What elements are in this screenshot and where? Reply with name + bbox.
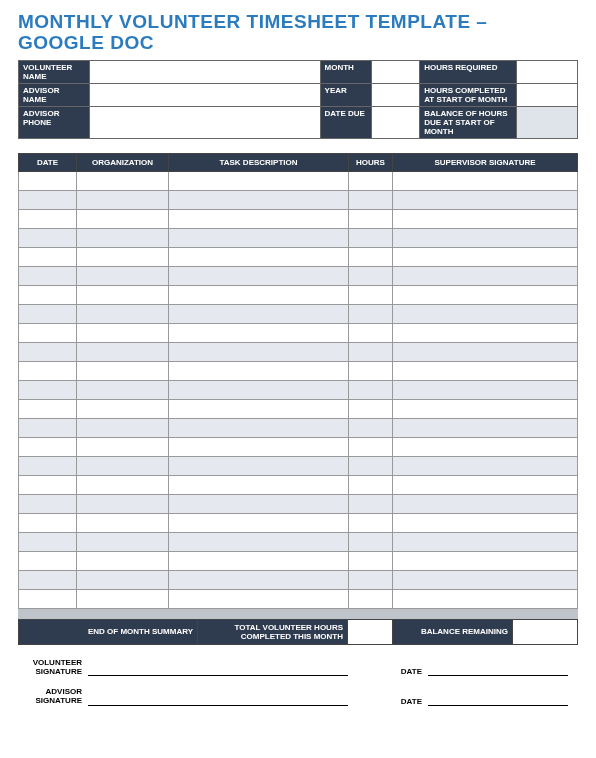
cell-task[interactable] xyxy=(169,399,349,418)
cell-date[interactable] xyxy=(19,304,77,323)
volunteer-name-input[interactable] xyxy=(89,60,320,83)
cell-hrs[interactable] xyxy=(349,570,393,589)
cell-task[interactable] xyxy=(169,342,349,361)
cell-date[interactable] xyxy=(19,475,77,494)
cell-sig[interactable] xyxy=(393,209,578,228)
cell-hrs[interactable] xyxy=(349,228,393,247)
cell-task[interactable] xyxy=(169,361,349,380)
cell-date[interactable] xyxy=(19,494,77,513)
cell-task[interactable] xyxy=(169,228,349,247)
cell-org[interactable] xyxy=(77,418,169,437)
cell-date[interactable] xyxy=(19,437,77,456)
cell-org[interactable] xyxy=(77,532,169,551)
cell-hrs[interactable] xyxy=(349,209,393,228)
cell-task[interactable] xyxy=(169,589,349,608)
cell-task[interactable] xyxy=(169,247,349,266)
cell-task[interactable] xyxy=(169,551,349,570)
cell-sig[interactable] xyxy=(393,475,578,494)
cell-task[interactable] xyxy=(169,285,349,304)
cell-date[interactable] xyxy=(19,361,77,380)
cell-hrs[interactable] xyxy=(349,190,393,209)
cell-org[interactable] xyxy=(77,190,169,209)
cell-hrs[interactable] xyxy=(349,513,393,532)
cell-task[interactable] xyxy=(169,437,349,456)
cell-sig[interactable] xyxy=(393,190,578,209)
cell-task[interactable] xyxy=(169,209,349,228)
cell-org[interactable] xyxy=(77,570,169,589)
cell-sig[interactable] xyxy=(393,532,578,551)
cell-org[interactable] xyxy=(77,228,169,247)
cell-date[interactable] xyxy=(19,589,77,608)
cell-org[interactable] xyxy=(77,323,169,342)
advisor-signature-line[interactable] xyxy=(88,694,348,706)
cell-task[interactable] xyxy=(169,171,349,190)
cell-sig[interactable] xyxy=(393,228,578,247)
cell-task[interactable] xyxy=(169,475,349,494)
cell-org[interactable] xyxy=(77,456,169,475)
cell-date[interactable] xyxy=(19,532,77,551)
cell-sig[interactable] xyxy=(393,323,578,342)
cell-org[interactable] xyxy=(77,475,169,494)
cell-task[interactable] xyxy=(169,323,349,342)
cell-hrs[interactable] xyxy=(349,380,393,399)
cell-org[interactable] xyxy=(77,551,169,570)
cell-sig[interactable] xyxy=(393,418,578,437)
cell-hrs[interactable] xyxy=(349,342,393,361)
cell-sig[interactable] xyxy=(393,551,578,570)
cell-org[interactable] xyxy=(77,513,169,532)
cell-hrs[interactable] xyxy=(349,285,393,304)
cell-hrs[interactable] xyxy=(349,475,393,494)
cell-org[interactable] xyxy=(77,342,169,361)
cell-hrs[interactable] xyxy=(349,551,393,570)
cell-sig[interactable] xyxy=(393,513,578,532)
cell-sig[interactable] xyxy=(393,247,578,266)
cell-date[interactable] xyxy=(19,551,77,570)
cell-org[interactable] xyxy=(77,399,169,418)
cell-org[interactable] xyxy=(77,589,169,608)
cell-hrs[interactable] xyxy=(349,589,393,608)
cell-hrs[interactable] xyxy=(349,399,393,418)
cell-sig[interactable] xyxy=(393,456,578,475)
cell-org[interactable] xyxy=(77,285,169,304)
cell-hrs[interactable] xyxy=(349,456,393,475)
cell-task[interactable] xyxy=(169,190,349,209)
cell-date[interactable] xyxy=(19,513,77,532)
cell-date[interactable] xyxy=(19,285,77,304)
cell-sig[interactable] xyxy=(393,437,578,456)
advisor-date-line[interactable] xyxy=(428,694,568,706)
cell-hrs[interactable] xyxy=(349,532,393,551)
cell-sig[interactable] xyxy=(393,171,578,190)
cell-date[interactable] xyxy=(19,190,77,209)
cell-date[interactable] xyxy=(19,342,77,361)
cell-hrs[interactable] xyxy=(349,437,393,456)
cell-org[interactable] xyxy=(77,266,169,285)
month-input[interactable] xyxy=(371,60,420,83)
year-input[interactable] xyxy=(371,83,420,106)
cell-sig[interactable] xyxy=(393,266,578,285)
cell-sig[interactable] xyxy=(393,380,578,399)
cell-task[interactable] xyxy=(169,513,349,532)
hours-completed-input[interactable] xyxy=(517,83,578,106)
date-due-input[interactable] xyxy=(371,106,420,138)
cell-sig[interactable] xyxy=(393,361,578,380)
cell-task[interactable] xyxy=(169,304,349,323)
cell-date[interactable] xyxy=(19,418,77,437)
cell-date[interactable] xyxy=(19,456,77,475)
cell-hrs[interactable] xyxy=(349,494,393,513)
cell-task[interactable] xyxy=(169,570,349,589)
volunteer-signature-line[interactable] xyxy=(88,664,348,676)
cell-org[interactable] xyxy=(77,437,169,456)
cell-hrs[interactable] xyxy=(349,171,393,190)
cell-hrs[interactable] xyxy=(349,304,393,323)
volunteer-date-line[interactable] xyxy=(428,664,568,676)
cell-org[interactable] xyxy=(77,361,169,380)
cell-hrs[interactable] xyxy=(349,361,393,380)
cell-org[interactable] xyxy=(77,209,169,228)
cell-task[interactable] xyxy=(169,266,349,285)
cell-org[interactable] xyxy=(77,247,169,266)
cell-task[interactable] xyxy=(169,418,349,437)
cell-date[interactable] xyxy=(19,247,77,266)
cell-sig[interactable] xyxy=(393,285,578,304)
cell-date[interactable] xyxy=(19,399,77,418)
cell-task[interactable] xyxy=(169,532,349,551)
